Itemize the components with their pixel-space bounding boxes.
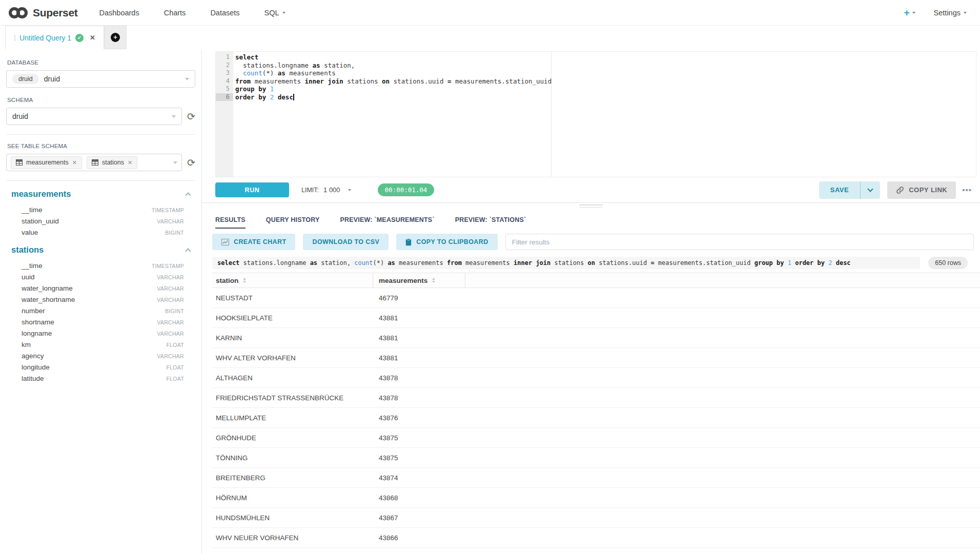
table-row[interactable]: WHV NEUER VORHAFEN43866 — [212, 528, 980, 548]
column-name: agency — [22, 352, 44, 360]
refresh-tables-icon[interactable]: ⟳ — [187, 158, 195, 168]
column-name: number — [22, 307, 45, 315]
main-area: DATABASE druid druid SCHEMA druid ⟳ — [0, 49, 980, 554]
code-token: stations.longname — [235, 61, 313, 69]
copy-to-clipboard-button[interactable]: COPY TO CLIPBOARD — [396, 234, 497, 250]
code-token: measurements — [251, 77, 304, 85]
table-chip-measurements[interactable]: measurements✕ — [11, 156, 82, 169]
table-row[interactable]: ALTHAGEN43878 — [212, 368, 980, 388]
query-token: as — [387, 259, 395, 266]
column-name: longname — [22, 330, 52, 337]
settings-menu[interactable]: Settings — [934, 9, 967, 17]
column-name: water_longname — [22, 284, 73, 292]
cell-station: KARNIN — [212, 334, 373, 342]
column-row: longnameVARCHAR — [6, 327, 195, 339]
query-tab-label: Untitled Query 1 — [19, 34, 71, 42]
download-to-csv-button[interactable]: DOWNLOAD TO CSV — [303, 234, 389, 250]
code-token: station, — [320, 61, 355, 69]
query-token: as — [310, 259, 317, 266]
table-row[interactable]: WHV ALTER VORHAFEN43881 — [212, 348, 980, 368]
query-token: from — [447, 259, 462, 266]
table-row[interactable]: TÖNNING43875 — [212, 448, 980, 468]
limit-dropdown[interactable]: LIMIT: 1 000 — [301, 186, 351, 194]
column-header-measurements[interactable]: measurements — [373, 273, 465, 288]
column-header-label: station — [216, 277, 238, 284]
table-select[interactable]: measurements✕stations✕ — [6, 154, 182, 171]
filter-results-input[interactable] — [505, 234, 974, 250]
table-section-header[interactable]: measurements — [6, 189, 195, 199]
pane-splitter[interactable] — [202, 202, 980, 209]
results-tab-results[interactable]: RESULTS — [215, 209, 246, 231]
sql-workpane: 123456 select stations.longname as stati… — [202, 49, 980, 554]
table-row[interactable]: FRIEDRICHSTADT STRASSENBRÜCKE43878 — [212, 388, 980, 408]
sidebar-divider — [6, 180, 195, 181]
table-row[interactable]: NEUSTADT46779 — [212, 288, 980, 308]
column-row: station_uuidVARCHAR — [6, 215, 195, 227]
remove-table-icon[interactable]: ✕ — [128, 159, 132, 166]
nav-item-sql[interactable]: SQL — [264, 9, 285, 17]
results-tab-preview-measurements[interactable]: PREVIEW: `MEASUREMENTS` — [340, 209, 435, 231]
superset-logo[interactable]: Superset — [8, 6, 77, 19]
results-table-header: stationmeasurements — [212, 273, 980, 288]
save-button[interactable]: SAVE — [819, 181, 860, 199]
create-chart-button[interactable]: CREATE CHART — [212, 234, 295, 250]
limit-label: LIMIT: — [301, 187, 319, 194]
code-token: order by — [235, 93, 266, 101]
schema-select[interactable]: druid — [6, 108, 182, 125]
code-token: 1 — [270, 85, 274, 93]
table-row[interactable]: HUNDSMÜHLEN43867 — [212, 508, 980, 528]
close-tab-icon[interactable]: ✕ — [90, 34, 95, 42]
nav-item-label: Datasets — [210, 9, 239, 17]
database-select[interactable]: druid druid — [6, 70, 195, 88]
code-token — [266, 93, 270, 101]
column-row: valueBIGINT — [6, 227, 195, 238]
code-token: group by — [235, 85, 266, 93]
table-row[interactable]: MELLUMPLATE43876 — [212, 408, 980, 428]
run-button[interactable]: RUN — [215, 182, 289, 197]
new-item-button[interactable]: + — [904, 7, 915, 18]
editor-code-area[interactable]: select stations.longname as station, cou… — [233, 52, 976, 177]
nav-item-label: Dashboards — [99, 9, 139, 17]
column-row: __timeTIMESTAMP — [6, 260, 195, 271]
nav-item-dashboards[interactable]: Dashboards — [99, 9, 139, 17]
chevron-down-icon — [282, 12, 285, 14]
table-section-header[interactable]: stations — [6, 245, 195, 255]
query-tab-active[interactable]: ⁞ Untitled Query 1 ✓ ✕ — [5, 26, 104, 49]
save-dropdown-button[interactable] — [861, 181, 880, 199]
copy-link-button[interactable]: COPY LINK — [887, 181, 956, 199]
nav-item-datasets[interactable]: Datasets — [210, 9, 239, 17]
add-tab-button[interactable]: + — [104, 26, 127, 49]
table-chip-label: measurements — [26, 159, 69, 166]
nav-item-label: SQL — [264, 9, 279, 17]
table-row[interactable]: KARNIN43881 — [212, 328, 980, 348]
top-navbar: Superset DashboardsChartsDatasetsSQL + S… — [0, 0, 980, 26]
chevron-down-icon — [172, 115, 176, 118]
table-row[interactable]: BREITENBERG43874 — [212, 468, 980, 488]
results-tab-preview-stations[interactable]: PREVIEW: `STATIONS` — [455, 209, 526, 231]
table-chip-stations[interactable]: stations✕ — [87, 156, 137, 169]
column-name: shortname — [22, 318, 54, 326]
column-header-station[interactable]: station — [212, 273, 373, 288]
text-cursor — [293, 94, 294, 100]
chevron-down-icon — [173, 161, 177, 164]
results-tab-query-history[interactable]: QUERY HISTORY — [266, 209, 320, 231]
column-name: uuid — [22, 273, 35, 281]
remove-table-icon[interactable]: ✕ — [72, 159, 77, 166]
more-actions-button[interactable]: ••• — [962, 186, 972, 194]
clipboard-icon — [405, 238, 412, 246]
column-row: longitudeFLOAT — [6, 361, 195, 373]
drag-handle-icon[interactable]: ⁞ — [14, 34, 15, 42]
editor-toolbar: RUN LIMIT: 1 000 00:00:01.04 SAVE — [202, 177, 980, 202]
refresh-schemas-icon[interactable]: ⟳ — [187, 112, 195, 121]
code-token: as — [313, 61, 320, 69]
nav-item-charts[interactable]: Charts — [164, 9, 186, 17]
cell-station: HUNDSMÜHLEN — [212, 514, 373, 522]
table-row[interactable]: HÖRNUM43868 — [212, 488, 980, 508]
sort-asc-icon — [243, 278, 246, 280]
action-button-label: DOWNLOAD TO CSV — [312, 238, 379, 245]
line-number: 6 — [216, 93, 233, 101]
table-row[interactable]: GRÖNHUDE43875 — [212, 428, 980, 448]
table-row[interactable]: HOOKSIELPLATE43881 — [212, 308, 980, 328]
code-line: order by 2 desc — [235, 93, 976, 101]
sql-editor[interactable]: 123456 select stations.longname as stati… — [215, 51, 976, 177]
